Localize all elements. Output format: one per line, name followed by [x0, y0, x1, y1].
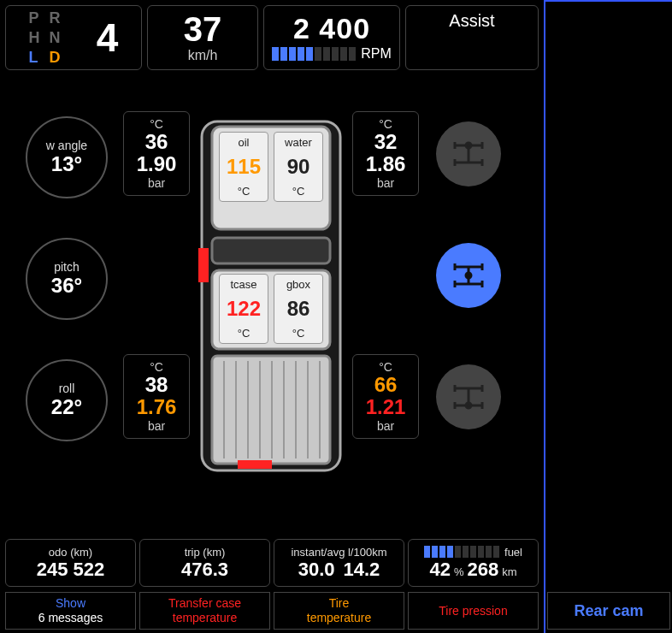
fuel-range: 268: [467, 559, 498, 581]
assist-label: Assist: [449, 11, 494, 31]
odo-label: odo (km): [49, 546, 92, 559]
trip-card: trip (km) 476.3: [139, 539, 270, 587]
fuel-bar: [424, 546, 499, 558]
fuel-range-unit: km: [502, 565, 516, 578]
tire-fl-press-unit: bar: [148, 176, 165, 190]
water-label: water: [285, 136, 312, 149]
axle-icon: [450, 380, 487, 414]
tire-front-right: °C 32 1.86 bar: [352, 111, 419, 196]
gear-r: R: [50, 9, 65, 27]
water-unit: °C: [292, 185, 305, 198]
oil-unit: °C: [238, 185, 251, 198]
rear-cam-button[interactable]: Rear cam: [547, 592, 670, 630]
side-panel: Rear cam: [544, 0, 672, 633]
pitch-label: pitch: [54, 260, 80, 274]
tire-rl-press: 1.76: [137, 396, 177, 418]
alert-tire-temp[interactable]: Tire temperature: [274, 592, 404, 630]
tire-fr-press-unit: bar: [377, 176, 394, 190]
gear-n: N: [50, 29, 65, 47]
rpm-bar: [272, 47, 356, 61]
tire-rr-press-unit: bar: [377, 419, 394, 433]
oil-label: oil: [238, 136, 249, 149]
trip-value: 476.3: [181, 559, 228, 581]
fuel-pct: 42: [429, 559, 450, 581]
axle-lock-center[interactable]: [436, 243, 501, 308]
axle-lock-front[interactable]: [436, 121, 501, 186]
alert-tcase-temp[interactable]: Transfer case temperature: [139, 592, 270, 630]
roll-label: roll: [59, 382, 75, 395]
tcase-unit: °C: [238, 327, 251, 340]
tire-front-left: °C 36 1.90 bar: [123, 111, 190, 196]
tire-fl-press: 1.90: [137, 153, 177, 175]
cons-label: instant/avg l/100km: [291, 546, 386, 559]
fuel-card: fuel 42 % 268 km: [408, 539, 539, 587]
cons-instant: 30.0: [298, 559, 335, 581]
show-line2: 6 messages: [38, 611, 103, 625]
odo-value: 245 522: [37, 559, 105, 581]
svg-point-15: [466, 273, 471, 278]
assist-panel[interactable]: Assist: [405, 5, 539, 70]
gbox-temp: gbox 86 °C: [274, 274, 323, 344]
trip-label: trip (km): [185, 546, 226, 559]
wheel-angle-value: 13°: [51, 152, 82, 176]
tire-fr-temp-unit: °C: [379, 117, 392, 131]
tire-rl-temp-unit: °C: [150, 360, 163, 374]
gbox-label: gbox: [286, 278, 310, 291]
roll-value: 22°: [51, 395, 82, 419]
show-line1: Show: [56, 596, 85, 611]
show-messages-button[interactable]: Show 6 messages: [5, 592, 136, 630]
rpm-value: 2 400: [293, 14, 370, 43]
svg-point-7: [466, 143, 471, 148]
tire-rr-press: 1.21: [366, 396, 406, 418]
tire-fl-temp-unit: °C: [150, 117, 163, 131]
warning-marker-left: [198, 248, 209, 282]
vehicle-diagram: oil 115 °C water 90 °C tcase 122 °C gbox…: [195, 116, 347, 476]
pitch-value: 36°: [51, 274, 82, 298]
tcase-temp: tcase 122 °C: [219, 274, 268, 344]
gear-indicator: P R H N L D 4: [5, 5, 142, 70]
axle-lock-rear[interactable]: [436, 364, 501, 429]
gear-l: L: [29, 49, 44, 67]
engine-water-temp: water 90 °C: [274, 132, 323, 202]
tire-rr-temp-unit: °C: [379, 360, 392, 374]
water-value: 90: [287, 157, 310, 177]
tire-rl-temp: 38: [145, 374, 168, 396]
gear-d: D: [50, 49, 65, 67]
axle-icon: [450, 137, 487, 171]
svg-rect-26: [212, 238, 330, 263]
svg-point-23: [466, 403, 471, 408]
tire-fr-temp: 32: [374, 131, 398, 153]
tire-rear-left: °C 38 1.76 bar: [123, 354, 190, 439]
alert-tire-l2: temperature: [307, 611, 371, 625]
speed-value: 37: [184, 12, 222, 46]
speed-gauge: 37 km/h: [147, 5, 258, 70]
gear-number: 4: [97, 15, 119, 61]
alert-tire-l1: Tire: [329, 596, 350, 611]
wheel-angle-label: w angle: [46, 139, 87, 152]
tire-fr-press: 1.86: [366, 153, 406, 175]
oil-value: 115: [227, 157, 261, 177]
alert-tire-pressure[interactable]: Tire pression: [408, 592, 539, 630]
tire-fl-temp: 36: [145, 131, 168, 153]
rear-cam-label: Rear cam: [574, 602, 643, 620]
gbox-value: 86: [287, 299, 310, 319]
tire-rear-right: °C 66 1.21 bar: [352, 354, 419, 439]
tcase-label: tcase: [230, 278, 256, 291]
rpm-label: RPM: [361, 46, 392, 62]
gear-h: H: [29, 29, 44, 47]
odometer-card: odo (km) 245 522: [5, 539, 136, 587]
wheel-angle-gauge: w angle 13°: [26, 116, 108, 198]
gear-p: P: [29, 9, 44, 27]
engine-oil-temp: oil 115 °C: [219, 132, 268, 202]
tire-rl-press-unit: bar: [148, 419, 165, 433]
fuel-label: fuel: [504, 546, 522, 559]
gbox-unit: °C: [292, 327, 305, 340]
rpm-gauge: 2 400 RPM: [263, 5, 400, 70]
alert-tcase-l1: Transfer case: [168, 596, 241, 611]
consumption-card: instant/avg l/100km 30.0 14.2: [274, 539, 404, 587]
roll-gauge: roll 22°: [26, 359, 108, 441]
cons-avg: 14.2: [344, 559, 380, 581]
tcase-value: 122: [227, 299, 261, 319]
fuel-pct-unit: %: [454, 565, 464, 578]
axle-icon: [450, 258, 487, 293]
